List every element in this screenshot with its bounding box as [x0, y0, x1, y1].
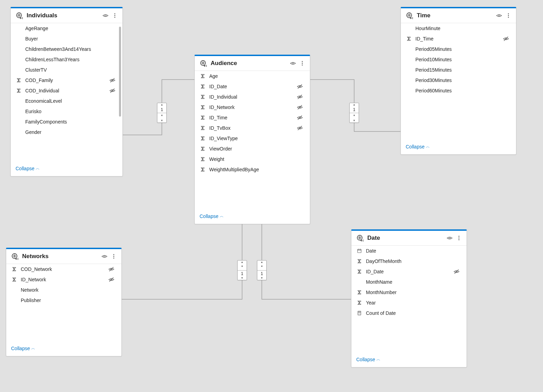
collapse-button[interactable]: Collapse︿: [351, 353, 467, 367]
field-row[interactable]: DayOfTheMonth: [351, 256, 467, 266]
field-row[interactable]: Period05Minutes: [401, 44, 516, 54]
field-row[interactable]: ID_ViewType: [195, 133, 310, 144]
sum-icon: [200, 84, 206, 89]
chevron-up-icon: ▲: [238, 261, 247, 264]
table-card-time[interactable]: TimeHourMinuteID_TimePeriod05MinutesPeri…: [401, 7, 516, 155]
field-list: HourMinuteID_TimePeriod05MinutesPeriod10…: [401, 23, 516, 140]
field-row[interactable]: Period30Minutes: [401, 75, 516, 85]
visibility-icon[interactable]: [101, 253, 108, 259]
visibility-icon[interactable]: [102, 12, 109, 19]
field-name: COD_Network: [21, 266, 105, 272]
field-row[interactable]: ID_Time: [401, 34, 516, 44]
scrollbar[interactable]: [119, 27, 121, 117]
table-header[interactable]: Date: [351, 231, 467, 246]
svg-point-53: [359, 313, 359, 313]
field-row[interactable]: ID_Date: [195, 81, 310, 92]
field-row[interactable]: Count of Date: [351, 308, 467, 318]
svg-line-17: [298, 95, 302, 99]
field-row[interactable]: Period15Minutes: [401, 65, 516, 75]
field-row[interactable]: ViewOrder: [195, 144, 310, 154]
field-row[interactable]: Year: [351, 298, 467, 308]
relationship-cardinality[interactable]: ▲1*▼: [157, 103, 167, 123]
chevron-down-icon: ▼: [350, 119, 359, 122]
hidden-icon: [297, 115, 303, 121]
collapse-button[interactable]: Collapse︿: [11, 162, 122, 176]
field-row[interactable]: FamilyComponents: [11, 117, 122, 127]
more-options-icon[interactable]: [300, 61, 305, 66]
svg-point-42: [459, 236, 460, 237]
field-name: ID_Time: [415, 36, 499, 42]
field-row[interactable]: COD_Family: [11, 75, 122, 85]
field-row[interactable]: ChildrenBetween3And14Years: [11, 44, 122, 54]
svg-point-25: [498, 15, 500, 17]
relationship-cardinality[interactable]: ▲*1▼: [237, 260, 247, 280]
more-options-icon[interactable]: [112, 13, 118, 18]
field-row[interactable]: Period60Minutes: [401, 85, 516, 96]
svg-point-35: [113, 258, 114, 259]
field-row[interactable]: Period10Minutes: [401, 54, 516, 65]
field-row[interactable]: Age: [195, 71, 310, 81]
svg-line-6: [110, 78, 114, 82]
chevron-up-icon: ︿: [220, 213, 224, 219]
field-row[interactable]: MonthNumber: [351, 287, 467, 298]
table-icon: [16, 12, 23, 19]
field-name: COD_Family: [25, 78, 106, 83]
field-row[interactable]: EconomicalLevel: [11, 96, 122, 106]
field-row[interactable]: HourMinute: [401, 23, 516, 34]
field-row[interactable]: ID_Date: [351, 266, 467, 277]
more-options-icon[interactable]: [111, 254, 117, 259]
field-row[interactable]: ID_Time: [195, 112, 310, 123]
table-header[interactable]: Audience: [195, 56, 310, 71]
table-card-networks[interactable]: NetworksCOD_NetworkID_NetworkNetworkPubl…: [6, 248, 122, 356]
field-row[interactable]: ID_Network: [195, 102, 310, 112]
relationship-cardinality[interactable]: ▲*1▼: [257, 260, 267, 280]
table-header[interactable]: Networks: [6, 249, 121, 264]
field-row[interactable]: ID_Individual: [195, 92, 310, 102]
more-options-icon[interactable]: [506, 13, 511, 18]
svg-point-4: [114, 17, 116, 18]
table-card-date[interactable]: DateDateDayOfTheMonthID_DateMonthNameMon…: [351, 229, 467, 367]
field-row[interactable]: ID_Network: [6, 274, 121, 285]
table-card-individuals[interactable]: IndividualsAgeRangeBuyerChildrenBetween3…: [10, 7, 123, 176]
svg-rect-45: [358, 249, 361, 253]
field-row[interactable]: ChildrenLessThan3Years: [11, 54, 122, 65]
field-row[interactable]: Weight: [195, 154, 310, 164]
field-row[interactable]: ClusterTV: [11, 65, 122, 75]
field-row[interactable]: WeightMultipliedByAge: [195, 164, 310, 175]
sum-icon: [200, 157, 206, 162]
svg-point-12: [302, 63, 303, 64]
cardinality-from: 1: [157, 107, 166, 113]
table-title: Individuals: [27, 12, 99, 19]
relationship-cardinality[interactable]: ▲1*▼: [349, 103, 359, 123]
field-row[interactable]: Gender: [11, 127, 122, 137]
field-row[interactable]: Publisher: [6, 295, 121, 306]
more-options-icon[interactable]: [456, 235, 462, 241]
field-name: Period05Minutes: [415, 46, 511, 52]
field-row[interactable]: Network: [6, 285, 121, 295]
collapse-button[interactable]: Collapse︿: [401, 140, 516, 154]
field-row[interactable]: Buyer: [11, 34, 122, 44]
hidden-icon: [297, 125, 303, 131]
field-row[interactable]: COD_Network: [6, 264, 121, 274]
field-row[interactable]: AgeRange: [11, 23, 122, 34]
svg-line-19: [298, 105, 302, 109]
table-card-audience[interactable]: AudienceAgeID_DateID_IndividualID_Networ…: [194, 55, 310, 224]
field-row[interactable]: Eurisko: [11, 106, 122, 117]
field-name: Gender: [25, 129, 118, 135]
svg-line-50: [454, 270, 459, 274]
field-name: ID_Time: [209, 115, 293, 120]
field-row[interactable]: Date: [351, 246, 467, 256]
field-row[interactable]: ID_TvBox: [195, 123, 310, 133]
visibility-icon[interactable]: [290, 60, 296, 66]
visibility-icon[interactable]: [496, 12, 502, 19]
field-row[interactable]: COD_Individual: [11, 85, 122, 96]
field-row[interactable]: MonthName: [351, 277, 467, 287]
visibility-icon[interactable]: [447, 235, 453, 241]
sum-icon: [11, 267, 17, 272]
table-header[interactable]: Time: [401, 8, 516, 23]
field-list: DateDayOfTheMonthID_DateMonthNameMonthNu…: [351, 246, 467, 353]
table-header[interactable]: Individuals: [11, 8, 122, 23]
field-name: FamilyComponents: [25, 119, 118, 125]
collapse-button[interactable]: Collapse︿: [195, 210, 310, 224]
collapse-button[interactable]: Collapse︿: [6, 342, 121, 356]
